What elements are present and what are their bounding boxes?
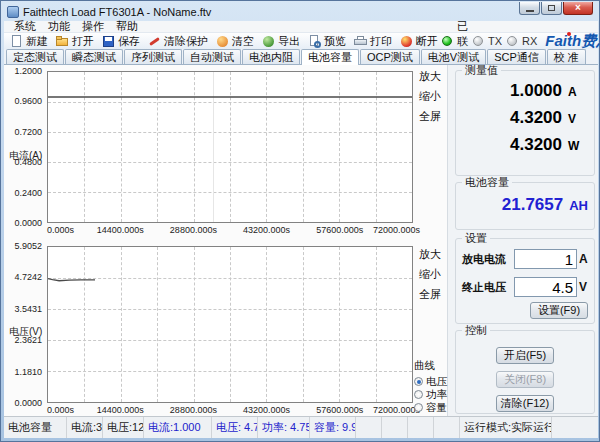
toolbar-button-label: 预览 <box>324 34 346 49</box>
measurement-row: 4.3200W <box>462 135 588 162</box>
right-panel: 测量值 1.0000A4.3200V4.3200W 电池容量 21.7657 A… <box>448 65 598 416</box>
y-tick-label: 3.5431 <box>14 304 42 314</box>
statusbar-cell: 功率: 4.75 <box>258 417 310 438</box>
trace-电压 <box>48 279 95 281</box>
minimize-button[interactable] <box>519 2 540 15</box>
radio-icon <box>414 390 423 399</box>
capacity-group-label: 电池容量 <box>462 177 512 188</box>
control-button-清除(F12)[interactable]: 清除(F12) <box>496 395 554 412</box>
capacity-value: 21.7657 <box>502 195 563 215</box>
tab-电池容量[interactable]: 电池容量 <box>301 49 359 65</box>
tab-自动测试[interactable]: 自动测试 <box>183 49 241 64</box>
tx-label: TX <box>488 35 502 47</box>
statusbar-cell <box>434 417 460 438</box>
toolbar-button-导出[interactable]: 导出 <box>258 33 304 49</box>
measurement-group-label: 测量值 <box>462 65 501 76</box>
statusbar: 电池容量电流:30A电压:120V电流:1.000电压: 4.75功率: 4.7… <box>4 416 598 438</box>
statusbar-cell <box>552 417 598 438</box>
tab-SCP通信[interactable]: SCP通信 <box>487 49 546 64</box>
discharge-current-input[interactable] <box>514 249 577 269</box>
curve-selector-label: 曲线 <box>414 359 448 373</box>
control-group: 控制 开启(F5)关闭(F8)清除(F12) <box>455 330 595 414</box>
x-tick-label: 43200.000s <box>243 405 290 415</box>
rx-indicator-icon <box>507 36 517 46</box>
statusbar-cell: 电池容量 <box>4 417 67 438</box>
measurement-value: 4.3200 <box>510 108 562 128</box>
measurement-value: 1.0000 <box>510 81 562 101</box>
preview-icon <box>308 35 321 48</box>
toolbar-button-保存[interactable]: 保存 <box>98 33 144 49</box>
print-icon <box>354 35 367 48</box>
x-tick-label: 72000.000s <box>373 225 420 235</box>
curve-option-label: 功率 <box>426 388 447 402</box>
voltage-chart-ylabel: 电压(V) <box>9 325 42 339</box>
curve-selector: 曲线 电压功率容量 <box>414 359 448 414</box>
current-chart-controls: 放大缩小全屏 <box>419 69 449 124</box>
toolbar-button-清空[interactable]: 清空 <box>212 33 258 49</box>
menu-item-功能[interactable]: 功能 <box>42 21 76 32</box>
measurement-unit: W <box>568 139 588 153</box>
zoom-in-link[interactable]: 放大 <box>419 247 449 262</box>
settings-group-label: 设置 <box>462 233 490 244</box>
toolbar-button-label: 断开 <box>416 34 438 49</box>
y-tick-label: 0.0000 <box>14 398 42 408</box>
menu-item-操作[interactable]: 操作 <box>76 21 110 32</box>
capacity-row: 21.7657 AH <box>462 195 588 215</box>
tab-定态测试[interactable]: 定态测试 <box>6 49 64 64</box>
main-area: 1.20000.96000.72000.48000.24000.0000 电流(… <box>4 65 598 416</box>
x-tick-label: 43200.000s <box>243 225 290 235</box>
curve-option-label: 容量 <box>426 401 447 415</box>
capacity-unit: AH <box>569 198 588 213</box>
x-tick-label: 14400.000s <box>97 225 144 235</box>
y-tick-label: 0.7200 <box>14 127 42 137</box>
voltage-chart-xaxis: 0.000s14400.000s28800.000s43200.000s5760… <box>47 405 413 416</box>
zoom-out-link[interactable]: 缩小 <box>419 89 449 104</box>
zoom-in-link[interactable]: 放大 <box>419 69 449 84</box>
maximize-button[interactable] <box>541 2 562 15</box>
capacity-group: 电池容量 21.7657 AH <box>455 182 595 230</box>
logo-dot-icon <box>567 32 571 36</box>
titlebar[interactable]: Faithtech Load FT6301A - NoName.ftv <box>7 4 515 20</box>
toolbar-button-新建[interactable]: 新建 <box>6 33 52 49</box>
close-button[interactable]: × <box>563 2 593 15</box>
tab-瞬态测试[interactable]: 瞬态测试 <box>65 49 123 64</box>
measurement-group: 测量值 1.0000A4.3200V4.3200W <box>455 70 595 176</box>
clear-icon <box>216 35 229 48</box>
measurement-row: 1.0000A <box>462 81 588 108</box>
menu-item-系统[interactable]: 系统 <box>8 21 42 32</box>
full-screen-link[interactable]: 全屏 <box>419 287 449 302</box>
brand-logo: Faith费思 <box>542 32 600 51</box>
curve-option-电压[interactable]: 电压 <box>414 375 448 388</box>
menu-item-帮助[interactable]: 帮助 <box>110 21 144 32</box>
full-screen-link[interactable]: 全屏 <box>419 109 449 124</box>
cutoff-voltage-row: 终止电压 V <box>462 277 590 297</box>
control-group-label: 控制 <box>462 325 490 336</box>
open-folder-icon <box>56 35 69 48</box>
new-file-icon <box>10 35 23 48</box>
tab-电池内阻[interactable]: 电池内阻 <box>242 49 300 64</box>
control-button-开启(F5)[interactable]: 开启(F5) <box>496 347 554 364</box>
toolbar-button-打印[interactable]: 打印 <box>350 33 396 49</box>
toolbar-button-断开[interactable]: 断开 <box>396 33 442 49</box>
x-tick-label: 0.000s <box>47 405 74 415</box>
apply-settings-button[interactable]: 设置(F9) <box>530 302 588 319</box>
zoom-out-link[interactable]: 缩小 <box>419 267 449 282</box>
tab-OCP测试[interactable]: OCP测试 <box>360 49 420 64</box>
voltage-chart-controls: 放大缩小全屏 <box>419 247 449 302</box>
tab-序列测试[interactable]: 序列测试 <box>124 49 182 64</box>
maximize-icon <box>548 5 555 11</box>
voltage-chart-plot <box>47 246 413 403</box>
curve-option-功率[interactable]: 功率 <box>414 388 448 401</box>
statusbar-cell: 运行模式:实际运行 <box>460 417 552 438</box>
measurement-row: 4.3200V <box>462 108 588 135</box>
toolbar-button-label: 清空 <box>232 34 254 49</box>
cutoff-voltage-input[interactable] <box>514 277 577 297</box>
toolbar-button-清除保护[interactable]: 清除保护 <box>144 33 212 49</box>
radio-icon <box>414 403 423 412</box>
tab-校 准[interactable]: 校 准 <box>547 49 586 64</box>
toolbar-button-label: 打印 <box>370 34 392 49</box>
curve-option-容量[interactable]: 容量 <box>414 401 448 414</box>
toolbar-button-打开[interactable]: 打开 <box>52 33 98 49</box>
tab-电池V测试[interactable]: 电池V测试 <box>421 49 486 64</box>
toolbar-button-预览[interactable]: 预览 <box>304 33 350 49</box>
